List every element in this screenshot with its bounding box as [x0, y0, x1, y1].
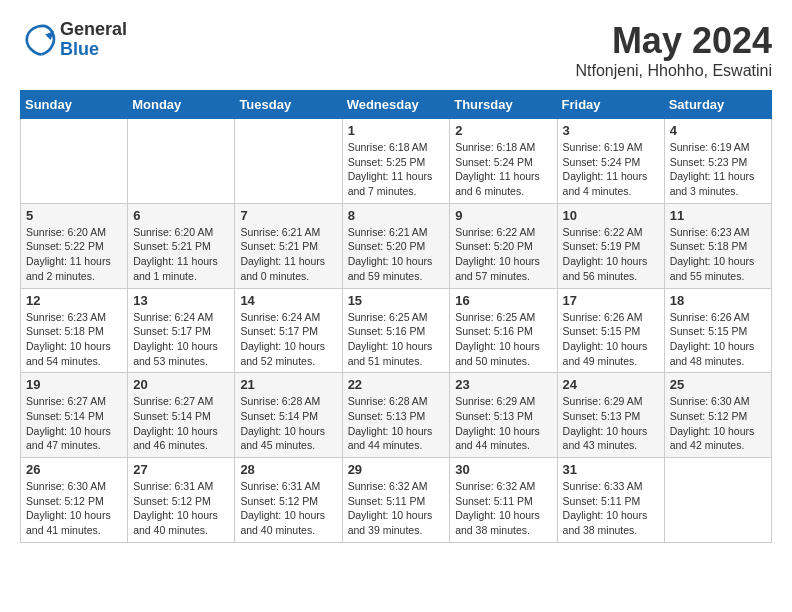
- day-info: Sunrise: 6:30 AMSunset: 5:12 PMDaylight:…: [26, 479, 122, 538]
- calendar-cell: [21, 119, 128, 204]
- calendar-cell: 7Sunrise: 6:21 AMSunset: 5:21 PMDaylight…: [235, 203, 342, 288]
- day-info: Sunrise: 6:22 AMSunset: 5:20 PMDaylight:…: [455, 225, 551, 284]
- calendar-week-1: 1Sunrise: 6:18 AMSunset: 5:25 PMDaylight…: [21, 119, 772, 204]
- calendar-cell: [235, 119, 342, 204]
- calendar-cell: 30Sunrise: 6:32 AMSunset: 5:11 PMDayligh…: [450, 458, 557, 543]
- day-info: Sunrise: 6:31 AMSunset: 5:12 PMDaylight:…: [133, 479, 229, 538]
- day-number: 8: [348, 208, 445, 223]
- day-number: 15: [348, 293, 445, 308]
- header-friday: Friday: [557, 91, 664, 119]
- day-number: 25: [670, 377, 766, 392]
- day-number: 16: [455, 293, 551, 308]
- header-wednesday: Wednesday: [342, 91, 450, 119]
- day-info: Sunrise: 6:26 AMSunset: 5:15 PMDaylight:…: [563, 310, 659, 369]
- calendar-cell: 28Sunrise: 6:31 AMSunset: 5:12 PMDayligh…: [235, 458, 342, 543]
- day-info: Sunrise: 6:26 AMSunset: 5:15 PMDaylight:…: [670, 310, 766, 369]
- calendar-cell: [128, 119, 235, 204]
- header-thursday: Thursday: [450, 91, 557, 119]
- day-info: Sunrise: 6:20 AMSunset: 5:22 PMDaylight:…: [26, 225, 122, 284]
- day-info: Sunrise: 6:27 AMSunset: 5:14 PMDaylight:…: [26, 394, 122, 453]
- calendar-week-2: 5Sunrise: 6:20 AMSunset: 5:22 PMDaylight…: [21, 203, 772, 288]
- calendar-cell: 26Sunrise: 6:30 AMSunset: 5:12 PMDayligh…: [21, 458, 128, 543]
- calendar-cell: 4Sunrise: 6:19 AMSunset: 5:23 PMDaylight…: [664, 119, 771, 204]
- day-info: Sunrise: 6:19 AMSunset: 5:24 PMDaylight:…: [563, 140, 659, 199]
- calendar-cell: 25Sunrise: 6:30 AMSunset: 5:12 PMDayligh…: [664, 373, 771, 458]
- day-number: 30: [455, 462, 551, 477]
- day-info: Sunrise: 6:29 AMSunset: 5:13 PMDaylight:…: [563, 394, 659, 453]
- calendar-cell: 11Sunrise: 6:23 AMSunset: 5:18 PMDayligh…: [664, 203, 771, 288]
- day-number: 13: [133, 293, 229, 308]
- main-title: May 2024: [575, 20, 772, 62]
- calendar-cell: 16Sunrise: 6:25 AMSunset: 5:16 PMDayligh…: [450, 288, 557, 373]
- day-info: Sunrise: 6:28 AMSunset: 5:14 PMDaylight:…: [240, 394, 336, 453]
- calendar-cell: 22Sunrise: 6:28 AMSunset: 5:13 PMDayligh…: [342, 373, 450, 458]
- calendar-cell: 18Sunrise: 6:26 AMSunset: 5:15 PMDayligh…: [664, 288, 771, 373]
- day-number: 4: [670, 123, 766, 138]
- day-info: Sunrise: 6:21 AMSunset: 5:20 PMDaylight:…: [348, 225, 445, 284]
- day-number: 17: [563, 293, 659, 308]
- subtitle: Ntfonjeni, Hhohho, Eswatini: [575, 62, 772, 80]
- day-number: 27: [133, 462, 229, 477]
- day-info: Sunrise: 6:23 AMSunset: 5:18 PMDaylight:…: [670, 225, 766, 284]
- day-number: 29: [348, 462, 445, 477]
- day-info: Sunrise: 6:32 AMSunset: 5:11 PMDaylight:…: [348, 479, 445, 538]
- day-number: 28: [240, 462, 336, 477]
- day-info: Sunrise: 6:18 AMSunset: 5:25 PMDaylight:…: [348, 140, 445, 199]
- day-info: Sunrise: 6:20 AMSunset: 5:21 PMDaylight:…: [133, 225, 229, 284]
- logo-blue: Blue: [60, 40, 127, 60]
- day-number: 23: [455, 377, 551, 392]
- day-number: 5: [26, 208, 122, 223]
- calendar-cell: 12Sunrise: 6:23 AMSunset: 5:18 PMDayligh…: [21, 288, 128, 373]
- logo-icon: [20, 22, 56, 58]
- day-info: Sunrise: 6:30 AMSunset: 5:12 PMDaylight:…: [670, 394, 766, 453]
- title-block: May 2024 Ntfonjeni, Hhohho, Eswatini: [575, 20, 772, 80]
- day-info: Sunrise: 6:27 AMSunset: 5:14 PMDaylight:…: [133, 394, 229, 453]
- calendar-cell: [664, 458, 771, 543]
- day-info: Sunrise: 6:24 AMSunset: 5:17 PMDaylight:…: [240, 310, 336, 369]
- calendar-header-row: SundayMondayTuesdayWednesdayThursdayFrid…: [21, 91, 772, 119]
- day-info: Sunrise: 6:24 AMSunset: 5:17 PMDaylight:…: [133, 310, 229, 369]
- day-number: 10: [563, 208, 659, 223]
- logo-text: General Blue: [60, 20, 127, 60]
- day-number: 21: [240, 377, 336, 392]
- calendar-cell: 6Sunrise: 6:20 AMSunset: 5:21 PMDaylight…: [128, 203, 235, 288]
- day-info: Sunrise: 6:25 AMSunset: 5:16 PMDaylight:…: [348, 310, 445, 369]
- header-monday: Monday: [128, 91, 235, 119]
- day-number: 24: [563, 377, 659, 392]
- day-info: Sunrise: 6:22 AMSunset: 5:19 PMDaylight:…: [563, 225, 659, 284]
- day-number: 18: [670, 293, 766, 308]
- calendar-cell: 20Sunrise: 6:27 AMSunset: 5:14 PMDayligh…: [128, 373, 235, 458]
- day-info: Sunrise: 6:21 AMSunset: 5:21 PMDaylight:…: [240, 225, 336, 284]
- day-number: 11: [670, 208, 766, 223]
- header-saturday: Saturday: [664, 91, 771, 119]
- calendar-cell: 9Sunrise: 6:22 AMSunset: 5:20 PMDaylight…: [450, 203, 557, 288]
- day-info: Sunrise: 6:33 AMSunset: 5:11 PMDaylight:…: [563, 479, 659, 538]
- logo-general: General: [60, 20, 127, 40]
- calendar-cell: 10Sunrise: 6:22 AMSunset: 5:19 PMDayligh…: [557, 203, 664, 288]
- day-info: Sunrise: 6:18 AMSunset: 5:24 PMDaylight:…: [455, 140, 551, 199]
- day-number: 19: [26, 377, 122, 392]
- calendar-cell: 1Sunrise: 6:18 AMSunset: 5:25 PMDaylight…: [342, 119, 450, 204]
- calendar-cell: 3Sunrise: 6:19 AMSunset: 5:24 PMDaylight…: [557, 119, 664, 204]
- calendar-cell: 29Sunrise: 6:32 AMSunset: 5:11 PMDayligh…: [342, 458, 450, 543]
- header-tuesday: Tuesday: [235, 91, 342, 119]
- day-number: 12: [26, 293, 122, 308]
- calendar-cell: 27Sunrise: 6:31 AMSunset: 5:12 PMDayligh…: [128, 458, 235, 543]
- calendar-cell: 17Sunrise: 6:26 AMSunset: 5:15 PMDayligh…: [557, 288, 664, 373]
- calendar-cell: 2Sunrise: 6:18 AMSunset: 5:24 PMDaylight…: [450, 119, 557, 204]
- day-info: Sunrise: 6:32 AMSunset: 5:11 PMDaylight:…: [455, 479, 551, 538]
- day-info: Sunrise: 6:19 AMSunset: 5:23 PMDaylight:…: [670, 140, 766, 199]
- calendar-cell: 31Sunrise: 6:33 AMSunset: 5:11 PMDayligh…: [557, 458, 664, 543]
- day-number: 31: [563, 462, 659, 477]
- logo: General Blue: [20, 20, 127, 60]
- day-number: 22: [348, 377, 445, 392]
- day-number: 14: [240, 293, 336, 308]
- calendar-cell: 13Sunrise: 6:24 AMSunset: 5:17 PMDayligh…: [128, 288, 235, 373]
- page-header: General Blue May 2024 Ntfonjeni, Hhohho,…: [20, 20, 772, 80]
- calendar-table: SundayMondayTuesdayWednesdayThursdayFrid…: [20, 90, 772, 543]
- calendar-week-3: 12Sunrise: 6:23 AMSunset: 5:18 PMDayligh…: [21, 288, 772, 373]
- day-number: 6: [133, 208, 229, 223]
- day-number: 9: [455, 208, 551, 223]
- day-number: 1: [348, 123, 445, 138]
- calendar-cell: 19Sunrise: 6:27 AMSunset: 5:14 PMDayligh…: [21, 373, 128, 458]
